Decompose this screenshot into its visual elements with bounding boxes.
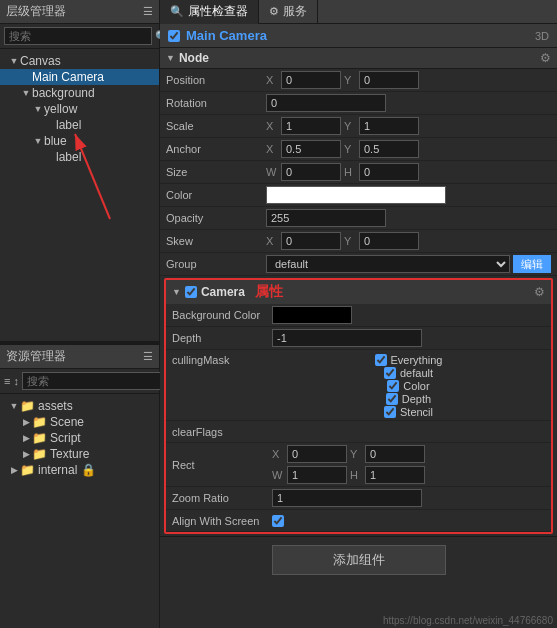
tree-item-label2[interactable]: label [0, 149, 159, 165]
mask-option-color: Color [387, 380, 429, 392]
tree-arrow-texture: ▶ [20, 449, 32, 459]
skew-y-label: Y [344, 235, 356, 247]
bg-color-picker[interactable] [272, 306, 352, 324]
tree-item-blue[interactable]: ▼ blue [0, 133, 159, 149]
hierarchy-search-input[interactable] [4, 27, 152, 45]
tree-item-scene[interactable]: ▶ 📁 Scene [0, 414, 159, 430]
y-axis-label: Y [344, 74, 356, 86]
assets-search-input[interactable] [22, 372, 170, 390]
add-component-button[interactable]: 添加组件 [272, 545, 446, 575]
position-y-input[interactable] [359, 71, 419, 89]
color-picker[interactable] [266, 186, 446, 204]
node-section-gear-icon[interactable]: ⚙ [540, 51, 551, 65]
rect-w-label: W [272, 469, 284, 481]
prop-cullingmask-label: cullingMask [172, 354, 272, 366]
align-screen-checkbox[interactable] [272, 515, 284, 527]
skew-y-input[interactable] [359, 232, 419, 250]
tree-arrow-yellow: ▼ [32, 104, 44, 114]
camera-attr-label: 属性 [255, 283, 283, 301]
tree-label-assets: assets [38, 399, 73, 413]
assets-sort-icon[interactable]: ↕ [13, 375, 19, 387]
camera-enabled-checkbox[interactable] [185, 286, 197, 298]
camera-section-arrow: ▼ [172, 287, 181, 297]
mask-check-depth[interactable] [386, 393, 398, 405]
prop-depth-label: Depth [172, 332, 272, 344]
texture-folder-icon: 📁 [32, 447, 47, 461]
tree-item-background[interactable]: ▼ background [0, 85, 159, 101]
size-h-input[interactable] [359, 163, 419, 181]
prop-depth-value [272, 329, 545, 347]
tab-service[interactable]: ⚙ 服务 [259, 0, 318, 24]
depth-input[interactable] [272, 329, 422, 347]
tree-item-canvas[interactable]: ▼ Canvas [0, 53, 159, 69]
hierarchy-menu-icon[interactable]: ☰ [143, 5, 153, 18]
prop-bg-color-label: Background Color [172, 309, 272, 321]
tree-item-assets[interactable]: ▼ 📁 assets [0, 398, 159, 414]
mask-check-color[interactable] [387, 380, 399, 392]
object-enabled-checkbox[interactable] [168, 30, 180, 42]
camera-section-gear-icon[interactable]: ⚙ [534, 285, 545, 299]
prop-opacity: Opacity [160, 207, 557, 230]
opacity-input[interactable] [266, 209, 386, 227]
tree-item-yellow[interactable]: ▼ yellow [0, 101, 159, 117]
mask-check-stencil[interactable] [384, 406, 396, 418]
node-section-arrow: ▼ [166, 53, 175, 63]
prop-skew-label: Skew [166, 235, 266, 247]
assets-panel: 资源管理器 ☰ ≡ ↕ 🔍 ▼ 📁 assets ▶ [0, 345, 159, 629]
scene-folder-icon: 📁 [32, 415, 47, 429]
prop-zoom-ratio: Zoom Ratio [166, 487, 551, 510]
tree-item-texture[interactable]: ▶ 📁 Texture [0, 446, 159, 462]
skew-x-label: X [266, 235, 278, 247]
tree-item-maincamera[interactable]: Main Camera [0, 69, 159, 85]
tree-arrow-script: ▶ [20, 433, 32, 443]
tree-item-internal[interactable]: ▶ 📁 internal 🔒 [0, 462, 159, 478]
mask-option-default: default [384, 367, 433, 379]
assets-menu-icon[interactable]: ☰ [143, 350, 153, 363]
rect-w-input[interactable] [287, 466, 347, 484]
prop-clearflags: clearFlags [166, 421, 551, 443]
tree-arrow-background: ▼ [20, 88, 32, 98]
scale-x-input[interactable] [281, 117, 341, 135]
mask-check-everything[interactable] [375, 354, 387, 366]
group-edit-button[interactable]: 编辑 [513, 255, 551, 273]
assets-list-icon[interactable]: ≡ [4, 375, 10, 387]
tree-arrow-label2 [44, 152, 56, 162]
rect-y-input[interactable] [365, 445, 425, 463]
prop-size: Size W H [160, 161, 557, 184]
rect-x-label: X [272, 448, 284, 460]
inspector-panel: 🔍 属性检查器 ⚙ 服务 Main Camera 3D ▼ Node ⚙ [160, 0, 557, 628]
skew-x-input[interactable] [281, 232, 341, 250]
tab-inspector[interactable]: 🔍 属性检查器 [160, 0, 259, 24]
node-section-title: Node [179, 51, 209, 65]
tree-label-label1: label [56, 118, 81, 132]
tree-arrow-assets: ▼ [8, 401, 20, 411]
tree-label-scene: Scene [50, 415, 84, 429]
rotation-input[interactable] [266, 94, 386, 112]
prop-color-value [266, 186, 551, 204]
anchor-y-input[interactable] [359, 140, 419, 158]
prop-align-screen: Align With Screen [166, 510, 551, 532]
tab-bar: 🔍 属性检查器 ⚙ 服务 [160, 0, 557, 24]
tree-item-script[interactable]: ▶ 📁 Script [0, 430, 159, 446]
position-x-input[interactable] [281, 71, 341, 89]
left-panel: 层级管理器 ☰ 🔍 ＋ ↻ ▼ Canvas Main Camer [0, 0, 160, 628]
tree-label-background: background [32, 86, 95, 100]
scale-y-input[interactable] [359, 117, 419, 135]
prop-rect-value: X Y W H [272, 445, 545, 484]
rect-h-input[interactable] [365, 466, 425, 484]
prop-opacity-label: Opacity [166, 212, 266, 224]
group-dropdown[interactable]: default [266, 255, 510, 273]
prop-rotation: Rotation [160, 92, 557, 115]
tree-item-label1[interactable]: label [0, 117, 159, 133]
zoom-ratio-input[interactable] [272, 489, 422, 507]
prop-group-value: default 编辑 [266, 255, 551, 273]
node-section-header[interactable]: ▼ Node ⚙ [160, 48, 557, 69]
size-w-input[interactable] [281, 163, 341, 181]
camera-section-header[interactable]: ▼ Camera 属性 ⚙ [166, 280, 551, 304]
prop-scale-value: X Y [266, 117, 551, 135]
anchor-x-input[interactable] [281, 140, 341, 158]
assets-folder-icon: 📁 [20, 399, 35, 413]
rect-x-input[interactable] [287, 445, 347, 463]
mask-check-default[interactable] [384, 367, 396, 379]
prop-anchor-value: X Y [266, 140, 551, 158]
